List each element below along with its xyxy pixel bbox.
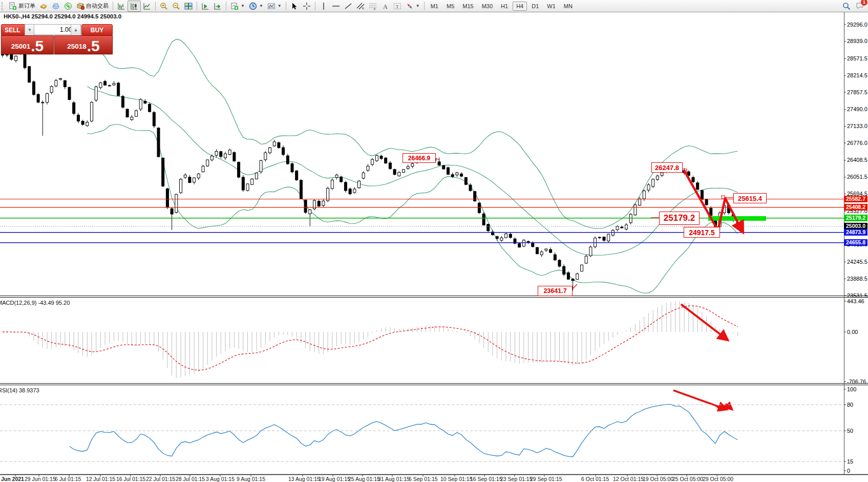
- svg-text:E: E: [362, 7, 364, 10]
- main-toolbar: 新订单 自动交易: [0, 0, 868, 12]
- horizontal-line-tool[interactable]: [330, 1, 342, 11]
- buy-price[interactable]: 25018 .5: [54, 35, 113, 54]
- volume-decrease-button[interactable]: ▼: [25, 24, 35, 36]
- tile-windows-icon: [184, 2, 193, 10]
- auto-scroll-icon: [214, 2, 222, 10]
- svg-text:T: T: [396, 4, 399, 9]
- text-label-icon: T: [393, 2, 401, 10]
- chevron-down-icon: ▼: [259, 4, 263, 8]
- text-icon: A: [381, 2, 389, 10]
- timeframe-mn[interactable]: MN: [560, 2, 576, 11]
- chart-canvas[interactable]: [0, 0, 868, 482]
- search-icon[interactable]: [842, 2, 851, 10]
- chart-title: HK50-,H4 25294.0 25294.0 24994.5 25003.0: [4, 13, 121, 19]
- crosshair-tool-button[interactable]: [301, 1, 313, 11]
- line-chart-icon: [143, 2, 151, 10]
- cursor-icon: [290, 2, 299, 10]
- trendline-tool[interactable]: [342, 1, 354, 11]
- candlestick-mode-button[interactable]: [128, 1, 141, 12]
- buy-price-main: 25018: [67, 40, 87, 53]
- tile-windows-button[interactable]: [182, 1, 195, 11]
- book-icon: [39, 2, 48, 10]
- fibonacci-icon: F: [369, 2, 377, 10]
- chart-window-icon: [52, 2, 60, 10]
- one-click-trading-panel: SELL ▼ ▲ BUY 25001 .5 25018 .5: [1, 24, 112, 53]
- buy-price-pip: .5: [87, 39, 100, 53]
- text-label-tool[interactable]: T: [391, 1, 404, 11]
- bar-chart-icon: [117, 2, 125, 10]
- sell-price-pip: .5: [31, 39, 44, 53]
- chart-shift-button[interactable]: [199, 1, 211, 11]
- new-chart-icon: [230, 2, 239, 10]
- signals-button[interactable]: [62, 1, 74, 11]
- zoom-in-icon: [160, 2, 168, 10]
- timeframe-m15[interactable]: M15: [459, 2, 477, 11]
- toolbar-separator: [155, 2, 156, 10]
- rsi-indicator-label: RSI(14) 38.9373: [0, 387, 39, 393]
- market-watch-button[interactable]: [37, 1, 50, 11]
- autotrade-button[interactable]: 自动交易: [74, 1, 111, 11]
- volume-input[interactable]: [34, 24, 75, 35]
- svg-text:A: A: [383, 3, 388, 10]
- channel-tool[interactable]: E: [354, 1, 367, 11]
- zoom-out-button[interactable]: [170, 1, 182, 11]
- toolbar-grip[interactable]: [2, 2, 5, 10]
- volume-increase-button[interactable]: ▲: [71, 24, 81, 36]
- svg-text:F: F: [374, 8, 376, 10]
- notifications-button[interactable]: 1: [856, 2, 864, 11]
- zoom-out-icon: [172, 2, 180, 10]
- text-tool[interactable]: A: [379, 1, 391, 11]
- clock-icon: [249, 2, 257, 10]
- cursor-tool-button[interactable]: [288, 1, 301, 11]
- toolbar-separator: [197, 2, 197, 10]
- arrows-dropdown[interactable]: ▼: [404, 1, 422, 11]
- notification-badge: 1: [861, 0, 867, 6]
- new-order-button[interactable]: 新订单: [7, 1, 37, 11]
- auto-scroll-button[interactable]: [211, 1, 224, 11]
- new-chart-dropdown[interactable]: ▼: [228, 1, 247, 11]
- mt4-window: 新订单 自动交易: [0, 0, 868, 482]
- timeframe-m5[interactable]: M5: [443, 2, 458, 11]
- timeframe-h4[interactable]: H4: [513, 2, 527, 11]
- new-order-icon: [9, 2, 17, 10]
- timeframe-d1[interactable]: D1: [528, 2, 542, 11]
- templates-dropdown[interactable]: ▼: [265, 1, 284, 11]
- toolbar-separator: [424, 2, 425, 10]
- vertical-line-icon: [320, 2, 328, 10]
- periods-dropdown[interactable]: ▼: [247, 1, 265, 11]
- arrows-icon: [406, 2, 414, 10]
- toolbar-separator: [315, 2, 315, 10]
- new-order-label: 新订单: [18, 2, 35, 10]
- toolbar-separator: [226, 2, 226, 10]
- vertical-line-tool[interactable]: [317, 1, 330, 11]
- timeframe-w1[interactable]: W1: [543, 2, 559, 11]
- timeframe-h1[interactable]: H1: [497, 2, 512, 11]
- sell-price[interactable]: 25001 .5: [1, 35, 54, 54]
- channel-icon: E: [356, 2, 365, 10]
- timeframe-m1[interactable]: M1: [427, 2, 442, 11]
- sell-button[interactable]: SELL: [1, 24, 28, 36]
- chevron-down-icon: ▼: [416, 4, 420, 8]
- zoom-in-button[interactable]: [158, 1, 170, 11]
- macd-indicator-label: MACD(12,26,9) -43.49 95.20: [0, 300, 70, 306]
- charts-button[interactable]: [50, 1, 62, 11]
- fibonacci-tool[interactable]: F: [367, 1, 379, 11]
- template-icon: [267, 2, 276, 10]
- line-chart-mode-button[interactable]: [141, 1, 153, 11]
- toolbar-separator: [286, 2, 286, 10]
- chevron-down-icon: ▼: [278, 4, 282, 8]
- buy-button[interactable]: BUY: [81, 24, 113, 36]
- crosshair-icon: [303, 2, 311, 10]
- sell-price-main: 25001: [11, 40, 31, 53]
- timeframe-m30[interactable]: M30: [478, 2, 496, 11]
- chevron-down-icon: ▼: [241, 4, 245, 8]
- signal-icon: [64, 2, 72, 10]
- toolbar-separator: [113, 2, 113, 10]
- candlestick-icon: [130, 2, 138, 10]
- horizontal-line-icon: [332, 2, 340, 10]
- autotrade-icon: [76, 2, 84, 10]
- trendline-icon: [344, 2, 352, 10]
- chart-shift-icon: [201, 2, 209, 10]
- bar-chart-mode-button[interactable]: [115, 1, 128, 11]
- autotrade-label: 自动交易: [86, 2, 109, 10]
